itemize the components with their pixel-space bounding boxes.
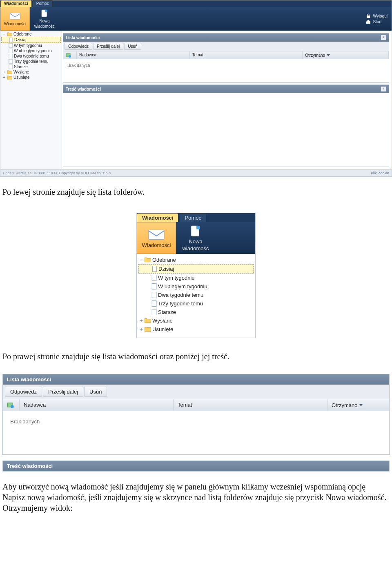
message-content-title: Treść wiadomości <box>7 463 53 469</box>
svg-rect-9 <box>9 65 12 69</box>
tree-toggle-icon[interactable]: + <box>139 326 143 332</box>
forward-button[interactable]: Prześlij dalej <box>93 43 123 50</box>
document-new-icon <box>187 225 204 238</box>
start-link[interactable]: Start <box>366 19 388 24</box>
list-toolbar: Odpowiedz Prześlij dalej Usuń <box>63 42 389 51</box>
tree-three-weeks-label: Trzy tygodnie temu <box>158 300 203 307</box>
folder-icon <box>7 76 12 80</box>
tree-toggle-icon[interactable]: + <box>2 70 6 74</box>
reply-button[interactable]: Odpowiedz <box>65 43 92 50</box>
list-empty: Brak danych <box>3 411 389 454</box>
tab-strip: Wiadomości Pomoc <box>0 0 392 7</box>
page-icon <box>9 59 13 64</box>
column-subject[interactable]: Temat <box>190 51 303 59</box>
tree-sent[interactable]: + Wysłane <box>1 69 61 75</box>
app-screenshot: Wiadomości Pomoc Wiadomości Nowa wiadomo… <box>0 0 392 177</box>
page-icon <box>9 65 13 69</box>
svg-rect-3 <box>367 16 370 18</box>
doc-paragraph-2: Po prawej stronie znajduje się lista wia… <box>0 341 392 370</box>
ribbon-new-message-button[interactable]: Nowa wiadomość <box>30 7 59 31</box>
cookies-link[interactable]: Pliki cookie <box>371 171 389 175</box>
tree-older-label: Starsze <box>158 309 176 315</box>
tree-toggle-icon[interactable]: + <box>139 318 143 324</box>
message-content-title: Treść wiadomości <box>66 87 101 91</box>
start-label: Start <box>373 20 382 24</box>
tab-messages[interactable]: Wiadomości <box>0 0 32 7</box>
tree-this-week-label: W tym tygodniu <box>14 43 42 48</box>
tree-three-weeks[interactable]: Trzy tygodnie temu <box>138 299 254 308</box>
ribbon: Wiadomości Nowa wiadomość Wyloguj Start <box>0 7 392 31</box>
sort-desc-icon <box>327 54 330 56</box>
tree-three-weeks[interactable]: Trzy tygodnie temu <box>1 59 61 64</box>
tree-this-week-label: W tym tygodniu <box>158 275 195 281</box>
svg-rect-18 <box>152 292 156 298</box>
column-subject[interactable]: Temat <box>174 399 327 411</box>
message-list-panel: Lista wiadomości » Odpowiedz Prześlij da… <box>63 33 389 83</box>
tree-toggle-icon[interactable]: − <box>2 32 6 36</box>
tree-this-week[interactable]: W tym tygodniu <box>1 43 61 48</box>
folder-icon <box>145 318 151 323</box>
list-empty: Brak danych <box>63 59 389 82</box>
ribbon-new-message-button[interactable]: Nowa wiadomość <box>176 222 215 254</box>
tree-today-label: Dzisiaj <box>158 266 174 272</box>
tree-inbox[interactable]: − Odebrane <box>1 31 61 37</box>
column-flag[interactable] <box>3 399 20 411</box>
tree-today[interactable]: Dzisiaj <box>138 264 254 274</box>
ribbon-messages-button[interactable]: Wiadomości <box>0 7 30 31</box>
page-icon <box>151 275 157 281</box>
forward-button[interactable]: Prześlij dalej <box>43 387 83 397</box>
tree-today[interactable]: Dzisiaj <box>1 37 61 43</box>
page-icon <box>9 49 13 53</box>
tree-toggle-icon[interactable]: + <box>2 75 6 80</box>
tree-trash[interactable]: + Usunięte <box>1 75 61 80</box>
column-received-label: Otrzymano <box>305 53 325 58</box>
doc-paragraph-1: Po lewej stronie znajduje się lista fold… <box>0 177 392 205</box>
tree-last-week[interactable]: W ubiegłym tygodniu <box>1 48 61 53</box>
tab-help[interactable]: Pomoc <box>33 0 53 7</box>
column-received[interactable]: Otrzymano <box>327 399 389 411</box>
collapse-icon[interactable]: » <box>381 35 386 40</box>
page-icon <box>9 54 13 58</box>
folder-icon <box>7 70 12 74</box>
delete-button[interactable]: Usuń <box>124 43 141 50</box>
tree-two-weeks[interactable]: Dwa tygodnie temu <box>138 291 254 299</box>
svg-rect-16 <box>152 275 156 280</box>
tree-last-week-label: W ubiegłym tygodniu <box>158 283 207 289</box>
column-received-label: Otrzymano <box>332 402 358 408</box>
folder-tree: − Odebrane Dzisiaj W tym tygodniu W ubie… <box>0 31 62 169</box>
zoom-figure: Wiadomości Pomoc Wiadomości Nowa wiadomo… <box>136 213 256 338</box>
tree-this-week[interactable]: W tym tygodniu <box>138 274 254 282</box>
page-icon <box>151 309 157 315</box>
collapse-icon[interactable]: » <box>381 86 386 92</box>
document-new-icon <box>39 9 50 18</box>
tree-sent[interactable]: + Wysłane <box>138 316 254 325</box>
logout-link[interactable]: Wyloguj <box>366 13 388 18</box>
tree-today-label: Dzisiaj <box>14 38 26 42</box>
tree-older[interactable]: Starsze <box>1 64 61 69</box>
column-flag[interactable] <box>63 51 77 59</box>
tab-help[interactable]: Pomoc <box>179 213 206 222</box>
svg-point-11 <box>69 55 71 58</box>
column-sender[interactable]: Nadawca <box>77 51 190 59</box>
logout-label: Wyloguj <box>373 14 388 18</box>
tree-last-week[interactable]: W ubiegłym tygodniu <box>138 282 254 291</box>
tree-trash[interactable]: + Usunięte <box>138 325 254 334</box>
tree-sent-label: Wysłane <box>13 70 29 74</box>
message-list-title: Lista wiadomości <box>7 376 51 383</box>
tree-toggle-icon[interactable]: − <box>139 257 143 263</box>
tree-two-weeks[interactable]: Dwa tygodnie temu <box>1 53 61 59</box>
tree-inbox[interactable]: − Odebrane <box>138 256 254 264</box>
column-sender[interactable]: Nadawca <box>20 399 174 411</box>
tab-messages[interactable]: Wiadomości <box>137 213 178 222</box>
zoom-tree: − Odebrane Dzisiaj W tym tygodniu W ubie… <box>137 254 255 338</box>
tree-older[interactable]: Starsze <box>138 308 254 316</box>
page-icon <box>151 300 157 307</box>
svg-rect-20 <box>152 309 156 315</box>
reply-button[interactable]: Odpowiedz <box>5 387 42 397</box>
delete-button[interactable]: Usuń <box>84 387 107 397</box>
workspace: − Odebrane Dzisiaj W tym tygodniu W ubie… <box>0 31 392 169</box>
column-received[interactable]: Otrzymano <box>303 51 389 59</box>
main-area: Lista wiadomości » Odpowiedz Prześlij da… <box>62 31 392 169</box>
wide-list-figure: Lista wiadomości Odpowiedz Prześlij dale… <box>2 374 390 472</box>
ribbon-messages-button[interactable]: Wiadomości <box>137 222 176 254</box>
